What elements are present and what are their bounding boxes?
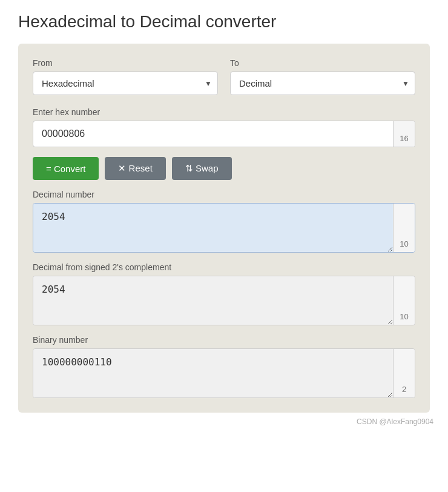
output1-wrapper: 2054 10 [33, 203, 415, 253]
swap-button[interactable]: ⇅ Swap [172, 157, 232, 180]
converter-card: From Hexadecimal Decimal Binary Octal ▼ … [18, 44, 430, 413]
input-label: Enter hex number [33, 107, 415, 117]
decimal-output[interactable]: 2054 [33, 204, 393, 252]
to-select-wrapper: Decimal Hexadecimal Binary Octal ▼ [230, 71, 415, 95]
output3-label: Binary number [33, 335, 415, 345]
buttons-row: = Convert ✕ Reset ⇅ Swap [33, 157, 415, 180]
to-label: To [230, 58, 415, 68]
output1-label: Decimal number [33, 190, 415, 199]
from-to-row: From Hexadecimal Decimal Binary Octal ▼ … [33, 58, 415, 95]
from-select-wrapper: Hexadecimal Decimal Binary Octal ▼ [33, 71, 218, 95]
binary-output[interactable]: 100000000110 [33, 349, 393, 397]
input-section: Enter hex number 16 [33, 107, 415, 147]
output2-wrapper: 2054 10 [33, 276, 415, 325]
output3-base-badge: 2 [393, 349, 415, 397]
from-group: From Hexadecimal Decimal Binary Octal ▼ [33, 58, 218, 95]
output2-base-badge: 10 [393, 276, 415, 325]
output2-label: Decimal from signed 2's complement [33, 262, 415, 272]
input-base-badge: 16 [393, 121, 415, 147]
to-group: To Decimal Hexadecimal Binary Octal ▼ [230, 58, 415, 95]
output2-section: Decimal from signed 2's complement 2054 … [33, 262, 415, 325]
reset-button[interactable]: ✕ Reset [105, 157, 165, 180]
watermark: CSDN @AlexFang0904 [12, 417, 436, 426]
convert-button[interactable]: = Convert [33, 157, 99, 180]
page-title: Hexadecimal to Decimal converter [18, 12, 436, 32]
hex-input[interactable] [33, 121, 393, 147]
output3-section: Binary number 100000000110 2 [33, 335, 415, 398]
output3-wrapper: 100000000110 2 [33, 348, 415, 398]
output1-base-badge: 10 [393, 204, 415, 252]
from-label: From [33, 58, 218, 68]
output1-section: Decimal number 2054 10 [33, 190, 415, 253]
from-select[interactable]: Hexadecimal Decimal Binary Octal [33, 71, 218, 95]
to-select[interactable]: Decimal Hexadecimal Binary Octal [230, 71, 415, 95]
input-wrapper: 16 [33, 121, 415, 147]
signed-decimal-output[interactable]: 2054 [33, 276, 393, 325]
